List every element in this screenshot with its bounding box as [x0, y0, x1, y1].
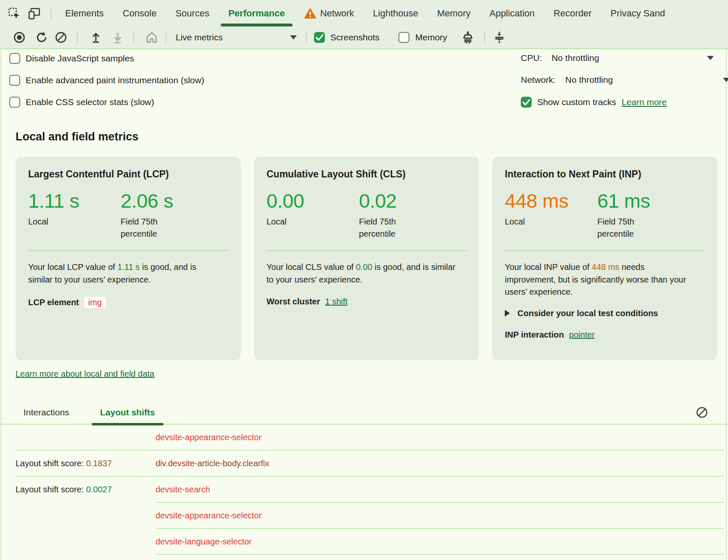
disable-js-samples-label: Disable JavaScript samples [26, 53, 134, 63]
metric-cards: Largest Contentful Paint (LCP) 1.11 s Lo… [16, 157, 717, 360]
section-title: Local and field metrics [16, 130, 139, 143]
layout-shift-row[interactable]: Layout shift score: 0.1837 div.devsite-a… [0, 451, 728, 476]
learn-more-link[interactable]: Learn more [622, 97, 667, 107]
show-custom-tracks-row: Show custom tracks Learn more [521, 97, 667, 108]
inp-field-label: Field 75th percentile [597, 216, 654, 240]
cpu-throttling-select[interactable]: No throttling [551, 53, 599, 63]
element-link[interactable]: devsite-search [156, 485, 210, 494]
inp-interaction-link[interactable]: pointer [569, 330, 595, 340]
screenshots-checkbox[interactable] [314, 32, 325, 43]
history-mode-select[interactable]: Live metrics [176, 32, 223, 42]
element-link[interactable]: devsite-appearance-selector [156, 433, 261, 442]
network-throttling-row: Network: No throttling [521, 75, 728, 85]
tab-layout-shifts[interactable]: Layout shifts [100, 407, 155, 417]
cls-field-value: 0.02 [359, 189, 467, 212]
collapse-icon[interactable] [493, 31, 506, 44]
element-link[interactable]: devsite-language-selector [156, 537, 252, 547]
layout-shift-row[interactable]: div.devsite-floating-action-buttons [0, 555, 728, 560]
advanced-paint-row: Enable advanced paint instrumentation (s… [9, 75, 204, 86]
tab-sources[interactable]: Sources [175, 0, 209, 26]
inp-card: Interaction to Next Paint (INP) 448 ms L… [492, 157, 717, 360]
separator [166, 31, 166, 44]
clear-log-icon[interactable] [696, 406, 708, 419]
live-metrics-log-tabs: Interactions Layout shifts [0, 401, 728, 425]
chevron-down-icon[interactable] [723, 78, 728, 82]
collect-garbage-icon[interactable] [461, 30, 475, 45]
triangle-right-icon [505, 310, 510, 317]
network-throttling-select[interactable]: No throttling [565, 75, 613, 85]
show-custom-tracks-label: Show custom tracks [537, 97, 616, 107]
tab-lighthouse[interactable]: Lighthouse [373, 0, 418, 26]
layout-shift-log: devsite-appearance-selector Layout shift… [0, 425, 728, 560]
divider [505, 250, 705, 251]
element-link[interactable]: div.devsite-article-body.clearfix [156, 459, 269, 468]
cls-field-label: Field 75th percentile [359, 216, 416, 240]
network-label: Network: [521, 75, 556, 85]
screenshots-label: Screenshots [330, 32, 380, 42]
worst-cluster-label: Worst cluster [266, 297, 320, 306]
tab-memory[interactable]: Memory [437, 0, 470, 26]
local-test-conditions-expander[interactable]: Consider your local test conditions [505, 309, 705, 318]
lcp-element-link[interactable]: img [84, 297, 106, 308]
cls-description: Your local CLS value of 0.00 is good, an… [266, 261, 456, 286]
chevron-down-icon[interactable] [707, 56, 714, 60]
separator [484, 31, 485, 44]
score-value: 0.0027 [86, 485, 112, 494]
clear-icon[interactable] [55, 31, 67, 44]
layout-shift-score: Layout shift score: 0.1837 [16, 459, 112, 468]
separator [133, 31, 134, 44]
layout-shift-row[interactable]: devsite-appearance-selector [0, 503, 728, 528]
separator [306, 31, 307, 44]
tab-console[interactable]: Console [123, 0, 157, 26]
advanced-paint-checkbox[interactable] [9, 75, 20, 86]
tab-recorder[interactable]: Recorder [554, 0, 591, 26]
lcp-description: Your local LCP value of 1.11 s is good, … [28, 261, 218, 286]
separator [50, 7, 51, 20]
inp-local-value: 448 ms [505, 189, 597, 212]
layout-shift-row[interactable]: Layout shift score: 0.0027 devsite-searc… [0, 477, 728, 502]
lcp-local-value: 1.11 s [28, 189, 121, 212]
lcp-element-label: LCP element [28, 298, 79, 307]
home-icon[interactable] [145, 30, 159, 45]
save-profile-icon[interactable] [111, 31, 124, 44]
tab-elements[interactable]: Elements [65, 0, 104, 26]
css-selector-stats-label: Enable CSS selector stats (slow) [26, 97, 154, 107]
tab-performance[interactable]: Performance [228, 0, 285, 26]
tab-interactions[interactable]: Interactions [24, 407, 69, 417]
layout-shift-score: Layout shift score: 0.0027 [16, 485, 112, 494]
warning-icon [304, 7, 317, 20]
device-toolbar-icon[interactable] [28, 7, 41, 20]
memory-checkbox[interactable] [398, 32, 409, 43]
disable-js-samples-checkbox[interactable] [9, 53, 20, 64]
tab-network[interactable]: Network [304, 0, 354, 26]
tab-application[interactable]: Application [489, 0, 535, 26]
reload-and-record-icon[interactable] [35, 31, 48, 44]
layout-shift-row[interactable]: devsite-appearance-selector [0, 425, 728, 450]
load-profile-icon[interactable] [89, 31, 103, 44]
lcp-inline-value: 1.11 s [117, 262, 140, 272]
element-link[interactable]: devsite-appearance-selector [156, 511, 261, 520]
disable-js-samples-checkbox-row: Disable JavaScript samples [9, 53, 134, 64]
cpu-throttling-row: CPU: No throttling [521, 53, 718, 63]
layout-shift-row[interactable]: devsite-language-selector [0, 529, 728, 554]
learn-more-field-data-link[interactable]: Learn more about local and field data [16, 369, 154, 379]
tab-privacy-sandbox[interactable]: Privacy Sand [611, 0, 665, 26]
active-tab-underline [221, 24, 293, 26]
lcp-field-label: Field 75th percentile [121, 216, 177, 240]
panel-tabs: Elements Console Sources Performance Net… [65, 0, 665, 26]
advanced-paint-label: Enable advanced paint instrumentation (s… [26, 75, 204, 85]
css-selector-stats-checkbox[interactable] [9, 97, 20, 108]
chevron-down-icon[interactable] [290, 35, 297, 40]
show-custom-tracks-checkbox[interactable] [521, 97, 532, 108]
lcp-field-value: 2.06 s [121, 189, 228, 212]
cls-local-value: 0.00 [266, 189, 359, 212]
inspect-element-icon[interactable] [8, 7, 21, 20]
divider [28, 250, 228, 251]
separator [77, 31, 78, 44]
inp-card-title: Interaction to Next Paint (INP) [505, 169, 705, 180]
css-selector-stats-row: Enable CSS selector stats (slow) [9, 97, 154, 108]
worst-cluster-link[interactable]: 1 shift [325, 297, 347, 306]
inp-interaction-label: INP interaction [505, 330, 564, 340]
record-icon[interactable] [13, 31, 26, 44]
cls-inline-value: 0.00 [356, 262, 372, 272]
